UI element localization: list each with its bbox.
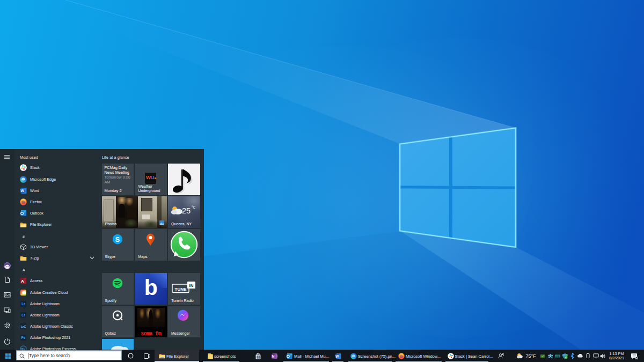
svg-text:W: W [20,189,24,193]
svg-text:A: A [21,279,24,284]
svg-text:Lr: Lr [21,313,25,317]
svg-text:TCS: TCS [555,354,560,358]
svg-text:W: W [335,354,339,358]
svg-text:2: 2 [636,356,638,359]
svg-text:N: N [272,354,274,358]
svg-text:Lr: Lr [21,302,25,306]
svg-text:S: S [115,235,119,243]
svg-text:IN: IN [189,283,194,288]
svg-text:TUNE: TUNE [175,287,187,292]
svg-text:LrC: LrC [21,325,26,328]
svg-text:Ps: Ps [21,336,26,339]
